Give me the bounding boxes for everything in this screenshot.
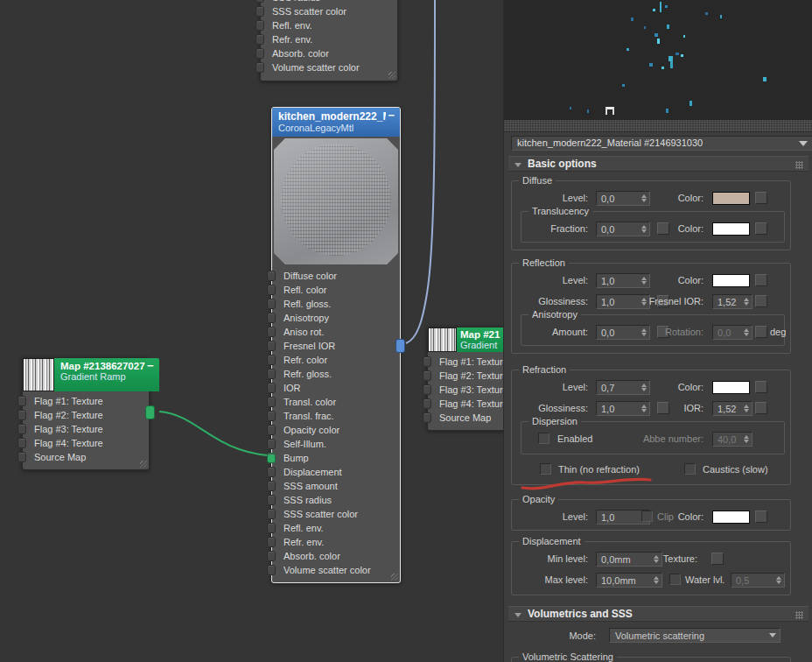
slot-socket[interactable] xyxy=(267,551,276,561)
water-level-checkbox[interactable] xyxy=(669,574,681,585)
slot-socket[interactable] xyxy=(423,370,431,381)
slot-socket[interactable] xyxy=(18,396,26,406)
slot-socket[interactable] xyxy=(18,438,26,448)
displacement-texture-map-button[interactable] xyxy=(711,553,724,565)
slot-socket[interactable] xyxy=(267,411,276,421)
slot-socket[interactable] xyxy=(423,398,431,409)
slot-socket[interactable] xyxy=(256,34,264,45)
panel-splitter[interactable] xyxy=(504,120,812,132)
node-corona-material[interactable]: kitchen_modern222_M... CoronaLegacyMtl −… xyxy=(271,107,401,583)
slot-socket[interactable] xyxy=(256,48,264,59)
node-header[interactable]: kitchen_modern222_M... CoronaLegacyMtl − xyxy=(272,108,400,137)
rollout-expand-icon[interactable] xyxy=(514,163,522,167)
slot-socket[interactable] xyxy=(267,299,276,309)
slot-socket[interactable] xyxy=(267,369,276,379)
rollout-grip-icon[interactable] xyxy=(795,161,803,169)
slot-socket[interactable] xyxy=(267,285,276,295)
rollout-volumetrics[interactable]: Volumetrics and SSS xyxy=(508,606,808,622)
material-name-dropdown[interactable]: kitchen_modern222_Material #2146931030 xyxy=(511,136,812,151)
slot-socket[interactable] xyxy=(18,424,26,434)
navigator-viewport[interactable] xyxy=(504,0,812,120)
refraction-color-swatch[interactable] xyxy=(712,381,750,394)
slot-socket[interactable] xyxy=(256,6,264,17)
spinner-arrows[interactable] xyxy=(742,328,752,336)
group-reflection: Reflection Level: 1,0 Color: Glossiness:… xyxy=(511,263,791,354)
viewport-node-mark xyxy=(631,18,634,21)
slot-socket[interactable] xyxy=(267,355,276,365)
slot-socket[interactable] xyxy=(267,523,276,533)
min-level-label: Min level: xyxy=(512,553,588,564)
node-resize-grip[interactable] xyxy=(388,72,396,79)
slot-socket[interactable] xyxy=(267,495,276,505)
ior-spinner[interactable]: 1,52 xyxy=(712,401,752,416)
node-editor-canvas[interactable]: SSS radiusSSS scatter colorRefl. env.Ref… xyxy=(0,0,503,662)
viewport-node-mark xyxy=(622,84,625,87)
diffuse-color-swatch[interactable] xyxy=(712,192,750,205)
rotation-map-button[interactable] xyxy=(755,326,767,338)
slot-socket[interactable] xyxy=(267,509,276,519)
thin-checkbox[interactable] xyxy=(540,463,551,475)
opacity-color-map-button[interactable] xyxy=(755,511,767,523)
slot-socket[interactable] xyxy=(256,62,264,73)
chevron-down-icon[interactable] xyxy=(799,141,808,146)
slot-socket[interactable] xyxy=(267,537,276,547)
spinner-arrows[interactable] xyxy=(742,435,752,443)
slot-socket[interactable] xyxy=(423,412,431,423)
slot-socket[interactable] xyxy=(267,341,276,351)
bump-wire-green[interactable] xyxy=(159,412,268,455)
slot-socket[interactable] xyxy=(256,20,264,31)
slot-socket[interactable] xyxy=(267,439,276,449)
slot-socket[interactable] xyxy=(423,356,431,367)
water-level-spinner[interactable]: 0,5 xyxy=(731,573,785,588)
spinner-arrows[interactable] xyxy=(774,576,784,584)
node-collapse-button[interactable]: − xyxy=(388,109,395,122)
slot-socket[interactable] xyxy=(267,271,276,281)
slot-socket[interactable] xyxy=(423,384,431,395)
slot-socket[interactable] xyxy=(267,313,276,323)
spinner-arrows[interactable] xyxy=(652,576,662,584)
gradient-ramp-output-socket[interactable] xyxy=(145,405,155,419)
reflection-color-map-button[interactable] xyxy=(755,274,767,286)
slot-socket[interactable] xyxy=(267,327,276,337)
fresnel-ior-map-button[interactable] xyxy=(755,295,767,307)
viewport-object-icon xyxy=(606,107,614,115)
translucency-color-swatch[interactable] xyxy=(712,222,750,236)
slot-socket[interactable] xyxy=(267,481,276,491)
ior-map-button[interactable] xyxy=(755,402,767,414)
spinner-arrows[interactable] xyxy=(742,298,752,306)
abbe-number-spinner[interactable]: 40,0 xyxy=(712,432,752,447)
node-gradient-ramp[interactable]: Map #2138627027 Gradient Ramp − Flag #1:… xyxy=(22,357,150,470)
slot-socket[interactable] xyxy=(18,452,26,462)
diffuse-color-map-button[interactable] xyxy=(755,192,767,204)
node-resize-grip[interactable] xyxy=(140,461,147,468)
rollout-basic-options[interactable]: Basic options xyxy=(508,156,808,172)
rotation-spinner[interactable]: 0,0 xyxy=(712,325,752,340)
output-wire-blue[interactable] xyxy=(406,0,435,343)
material-output-socket[interactable] xyxy=(396,339,405,353)
caustics-checkbox[interactable] xyxy=(684,463,696,475)
slot-socket[interactable] xyxy=(267,397,276,407)
node-partial-top[interactable]: SSS radiusSSS scatter colorRefl. env.Ref… xyxy=(260,0,398,81)
slot-socket[interactable] xyxy=(267,425,276,435)
node-header[interactable]: Map #2138627027 Gradient Ramp − xyxy=(54,358,159,391)
slot-socket[interactable] xyxy=(267,383,276,393)
node-collapse-button[interactable]: − xyxy=(147,359,154,372)
slot-socket[interactable] xyxy=(267,467,276,477)
reflection-color-swatch[interactable] xyxy=(712,274,750,287)
spinner-arrows[interactable] xyxy=(742,405,752,412)
rollout-grip-icon[interactable] xyxy=(795,611,803,619)
fresnel-ior-spinner[interactable]: 1,52 xyxy=(712,294,752,309)
refraction-color-map-button[interactable] xyxy=(755,381,767,393)
max-level-spinner[interactable]: 10,0mm xyxy=(596,573,662,588)
node-resize-grip[interactable] xyxy=(391,574,398,581)
translucency-color-map-button[interactable] xyxy=(755,222,767,235)
slot-socket[interactable] xyxy=(267,453,276,463)
mode-dropdown[interactable]: Volumetric scattering xyxy=(609,628,780,643)
dispersion-enabled-checkbox[interactable] xyxy=(538,433,550,444)
slot-socket[interactable] xyxy=(256,0,264,3)
rollout-expand-icon[interactable] xyxy=(514,613,522,617)
slot-socket[interactable] xyxy=(267,565,276,575)
slot-label: Flag #2: Texture xyxy=(34,410,103,420)
opacity-color-swatch[interactable] xyxy=(712,511,750,524)
slot-socket[interactable] xyxy=(18,410,26,420)
